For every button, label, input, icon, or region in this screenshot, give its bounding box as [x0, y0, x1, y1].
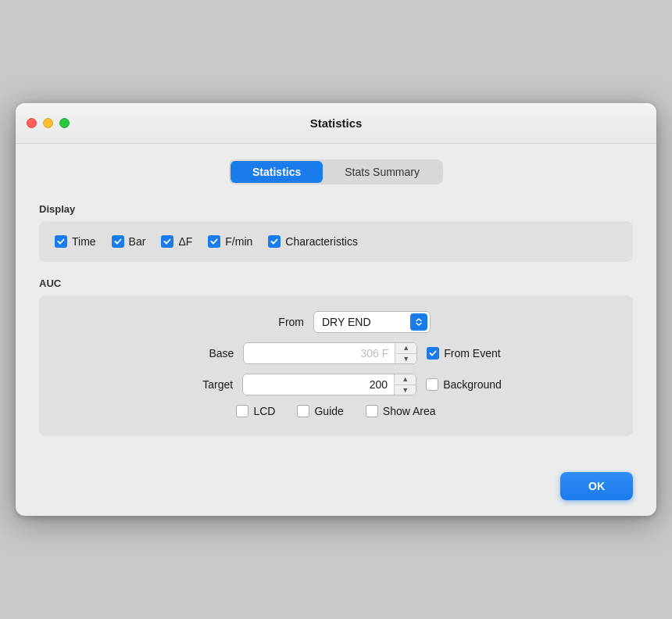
- base-stepper-wrapper: ▲ ▼: [243, 342, 417, 364]
- background-checkbox-box[interactable]: [426, 378, 438, 391]
- target-increment-button[interactable]: ▲: [395, 374, 416, 385]
- target-input[interactable]: [242, 374, 416, 395]
- checkbox-lcd-label: LCD: [253, 405, 275, 417]
- checkbox-guide[interactable]: Guide: [297, 405, 343, 417]
- auc-label: AUC: [39, 277, 633, 289]
- checkbox-delta-f-label: ΔF: [178, 235, 192, 248]
- from-row: From DRY END WET END CUSTOM: [55, 311, 617, 333]
- checkbox-bar-box[interactable]: [112, 235, 124, 248]
- maximize-button[interactable]: [59, 118, 70, 128]
- checkbox-delta-f-box[interactable]: [161, 235, 173, 248]
- checkbox-characteristics-label: Characteristics: [285, 235, 358, 248]
- checkbox-fmin[interactable]: F/min: [208, 235, 252, 248]
- target-decrement-button[interactable]: ▼: [395, 385, 416, 395]
- footer: OK: [16, 460, 656, 516]
- checkbox-show-area-box[interactable]: [366, 405, 378, 417]
- checkbox-characteristics[interactable]: Characteristics: [268, 235, 358, 248]
- checkbox-time-label: Time: [72, 235, 96, 248]
- checkbox-characteristics-box[interactable]: [268, 235, 281, 248]
- checkbox-delta-f[interactable]: ΔF: [161, 235, 192, 248]
- display-label: Display: [39, 203, 633, 215]
- checkbox-fmin-box[interactable]: [208, 235, 220, 248]
- tab-bar: Statistics Stats Summary: [39, 159, 633, 184]
- from-event-label: From Event: [444, 347, 500, 360]
- checkbox-time-box[interactable]: [55, 235, 67, 248]
- base-input[interactable]: [243, 342, 417, 364]
- target-stepper-buttons: ▲ ▼: [394, 374, 416, 395]
- target-label: Target: [170, 378, 233, 391]
- from-label: From: [241, 316, 304, 328]
- base-label: Base: [171, 347, 234, 360]
- display-checkboxes: Time Bar ΔF: [55, 235, 617, 248]
- traffic-lights: [27, 118, 70, 128]
- checkbox-bar-label: Bar: [129, 235, 146, 248]
- ok-button[interactable]: OK: [560, 472, 633, 500]
- base-decrement-button[interactable]: ▼: [395, 354, 416, 364]
- checkbox-bar[interactable]: Bar: [112, 235, 146, 248]
- minimize-button[interactable]: [43, 118, 53, 128]
- checkbox-guide-box[interactable]: [297, 405, 309, 417]
- from-event-checkbox-box[interactable]: [427, 347, 439, 360]
- checkbox-time[interactable]: Time: [55, 235, 96, 248]
- auc-panel: From DRY END WET END CUSTOM: [39, 295, 633, 436]
- tab-container: Statistics Stats Summary: [229, 159, 443, 184]
- display-section: Display Time Bar: [39, 203, 633, 262]
- checkbox-fmin-label: F/min: [225, 235, 252, 248]
- from-event-checkbox-label[interactable]: From Event: [427, 347, 500, 360]
- bottom-checks: LCD Guide Show Area: [55, 405, 617, 417]
- content-area: Statistics Stats Summary Display Time: [16, 144, 656, 460]
- from-select-wrapper: DRY END WET END CUSTOM: [313, 311, 431, 333]
- checkbox-lcd[interactable]: LCD: [236, 405, 275, 417]
- base-stepper-buttons: ▲ ▼: [395, 343, 416, 363]
- close-button[interactable]: [27, 118, 37, 128]
- window-title: Statistics: [310, 116, 363, 130]
- base-row: Base ▲ ▼ From Event: [55, 342, 617, 364]
- base-increment-button[interactable]: ▲: [395, 343, 416, 354]
- from-select-arrow: [410, 313, 427, 331]
- background-label: Background: [443, 378, 502, 391]
- checkbox-show-area-label: Show Area: [383, 405, 436, 417]
- select-arrows-icon: [414, 317, 424, 327]
- tab-statistics[interactable]: Statistics: [231, 161, 323, 183]
- checkbox-lcd-box[interactable]: [236, 405, 248, 417]
- auc-section: AUC From DRY END WET END CUSTOM: [39, 277, 633, 436]
- checkbox-show-area[interactable]: Show Area: [366, 405, 436, 417]
- tab-stats-summary[interactable]: Stats Summary: [323, 161, 441, 183]
- background-checkbox-label[interactable]: Background: [426, 378, 502, 391]
- main-window: Statistics Statistics Stats Summary Disp…: [16, 103, 656, 516]
- target-stepper-wrapper: ▲ ▼: [242, 374, 416, 395]
- titlebar: Statistics: [16, 103, 656, 144]
- checkbox-guide-label: Guide: [314, 405, 343, 417]
- display-panel: Time Bar ΔF: [39, 221, 633, 262]
- target-row: Target ▲ ▼ Background: [55, 374, 617, 395]
